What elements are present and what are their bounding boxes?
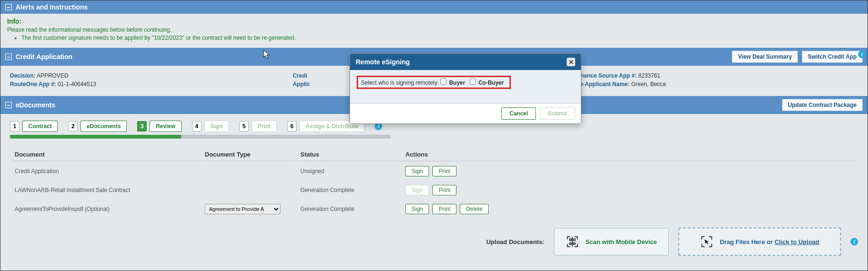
finsource-label: Finance Source App #: <box>575 72 637 79</box>
sign-button[interactable]: Sign <box>405 166 429 176</box>
progress-fill <box>10 135 181 139</box>
step-num-1: 1 <box>10 121 19 131</box>
edocuments-header-title: eDocuments <box>16 101 55 109</box>
delete-button[interactable]: Delete <box>460 204 489 214</box>
step-num-5: 5 <box>239 121 249 131</box>
collapse-icon[interactable]: − <box>5 53 12 60</box>
col-document-type: Document Type <box>201 148 296 161</box>
step-contract-button[interactable]: Contract <box>22 121 58 132</box>
update-contract-button[interactable]: Update Contract Package <box>782 99 863 111</box>
coapplicant-value: Green, Becca <box>631 81 666 87</box>
scan-mobile-button[interactable]: Scan with Mobile Device <box>554 228 669 255</box>
upload-documents-label: Upload Documents: <box>486 238 544 245</box>
modal-footer: Cancel Submit <box>350 103 581 123</box>
info-title: Info: <box>7 17 861 25</box>
applicant-label-partial: Applic <box>293 81 310 87</box>
signer-select-group: Select who is signing remotely: Buyer Co… <box>357 76 511 89</box>
submit-button: Submit <box>540 107 575 120</box>
col-document: Document <box>11 148 200 161</box>
routeone-value: 01-1-40644513 <box>58 81 96 87</box>
alerts-section-header: − Alerts and Instructions <box>0 0 868 14</box>
step-sign-button: Sign <box>204 121 229 132</box>
step-num-4: 4 <box>192 121 202 131</box>
edocuments-body: 1 Contract 2 eDocuments 3 Review 4 Sign … <box>0 114 868 262</box>
qr-scan-icon <box>566 235 579 248</box>
cancel-button[interactable]: Cancel <box>501 107 536 120</box>
remote-esigning-modal: Remote eSigning ✕ Select who is signing … <box>350 53 581 124</box>
table-row: Credit Application Unsigned Sign Print <box>11 162 857 180</box>
print-button[interactable]: Print <box>432 166 456 176</box>
col-status: Status <box>297 148 401 161</box>
doc-name: Credit Application <box>11 162 200 180</box>
scan-mobile-label: Scan with Mobile Device <box>586 238 657 245</box>
info-icon[interactable]: i <box>858 51 866 58</box>
step-edocuments-button[interactable]: eDocuments <box>80 121 127 132</box>
credit-header-title: Credit Application <box>16 53 72 61</box>
doc-name: LAWNonARB-Retail Installment Sale Contra… <box>11 181 200 199</box>
doc-status: Generation Complete <box>297 181 401 199</box>
doc-name: AgreementToProvideInspdf (Optional) <box>11 200 200 218</box>
upload-row: Upload Documents: Scan with Mobile Devic… <box>10 227 858 256</box>
routeone-label: RouteOne App #: <box>10 81 56 87</box>
coapplicant-label: Co-Applicant Name: <box>575 81 630 87</box>
print-button[interactable]: Print <box>432 185 456 195</box>
doc-status: Generation Complete <box>297 200 401 218</box>
table-row: AgreementToProvideInspdf (Optional) Agre… <box>11 200 857 218</box>
cobuyer-checkbox[interactable] <box>470 79 476 85</box>
buyer-label: Buyer <box>449 79 465 86</box>
progress-bar <box>10 135 391 139</box>
alerts-header-title: Alerts and Instructions <box>16 3 88 11</box>
finsource-value: 8233761 <box>638 72 660 79</box>
drag-files-icon <box>700 235 713 248</box>
alerts-body: Info: Please read the informational mess… <box>0 14 868 48</box>
decision-label: Decision: <box>10 72 35 79</box>
view-deal-summary-button[interactable]: View Deal Summary <box>732 51 798 63</box>
file-drop-zone[interactable]: Drag Files Here or Click to Upload <box>678 227 841 256</box>
print-button[interactable]: Print <box>432 204 456 214</box>
table-row: LAWNonARB-Retail Installment Sale Contra… <box>11 181 857 199</box>
step-num-6: 6 <box>287 121 297 131</box>
collapse-icon[interactable]: − <box>5 4 12 10</box>
info-text: Please read the informational messages b… <box>7 26 861 33</box>
sign-button: Sign <box>405 185 429 195</box>
info-bullet: The first customer signature needs to be… <box>21 35 861 41</box>
modal-body: Select who is signing remotely: Buyer Co… <box>350 70 581 103</box>
info-icon[interactable]: i <box>850 238 858 245</box>
step-print-button: Print <box>252 121 277 132</box>
signer-prompt: Select who is signing remotely: <box>361 79 439 86</box>
step-num-2: 2 <box>68 121 78 131</box>
modal-header: Remote eSigning ✕ <box>350 54 581 70</box>
sign-button[interactable]: Sign <box>405 204 429 214</box>
step-num-3: 3 <box>137 121 147 131</box>
click-to-upload-link[interactable]: Click to Upload <box>774 238 819 245</box>
col-actions: Actions <box>402 148 857 161</box>
doc-status: Unsigned <box>297 162 401 180</box>
switch-credit-app-button[interactable]: Switch Credit App <box>802 51 863 63</box>
document-type-select[interactable]: Agreement to Provide A <box>205 204 281 214</box>
collapse-icon[interactable]: − <box>5 102 12 108</box>
decision-value: APPROVED <box>37 72 69 79</box>
cobuyer-label: Co-Buyer <box>478 79 504 86</box>
buyer-checkbox[interactable] <box>440 79 447 85</box>
documents-table: Document Document Type Status Actions Cr… <box>10 147 858 219</box>
drop-text: Drag Files Here or Click to Upload <box>720 238 819 245</box>
close-icon[interactable]: ✕ <box>567 58 575 66</box>
step-review-button[interactable]: Review <box>149 121 181 132</box>
modal-title: Remote eSigning <box>356 58 410 66</box>
credit-label-partial: Credi <box>293 72 307 79</box>
